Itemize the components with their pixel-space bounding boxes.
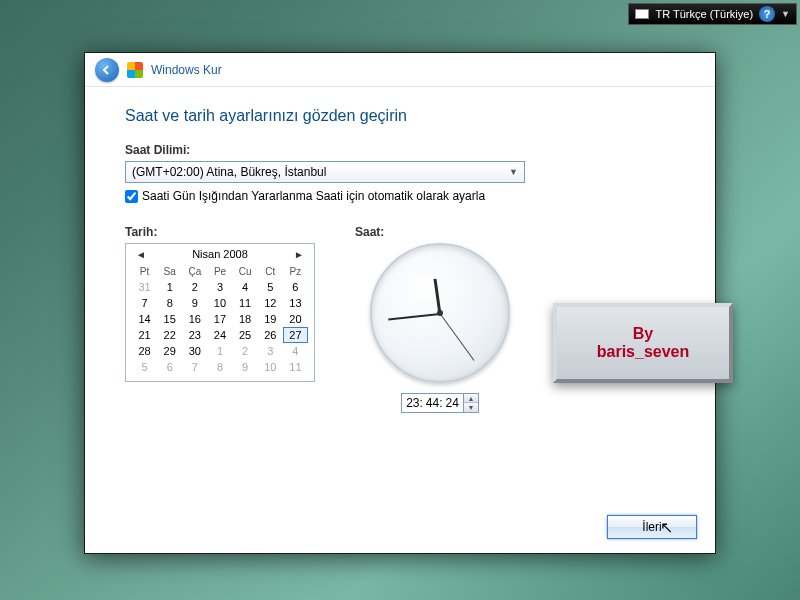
watermark-line1: By [633,325,653,343]
calendar-month[interactable]: Nisan 2008 [192,248,248,260]
windows-logo-icon [127,62,143,78]
clock-center [437,310,443,316]
calendar-day-header: Pz [283,264,308,279]
calendar-day-header: Cu [233,264,258,279]
calendar-prev-button[interactable]: ◄ [132,249,150,260]
calendar-day[interactable]: 25 [233,327,258,343]
calendar-day[interactable]: 12 [258,295,283,311]
calendar-day[interactable]: 15 [157,311,182,327]
second-hand [440,313,475,361]
calendar-day-header: Pt [132,264,157,279]
calendar-day[interactable]: 23 [182,327,207,343]
calendar-day[interactable]: 22 [157,327,182,343]
calendar-day[interactable]: 5 [258,279,283,295]
calendar-day[interactable]: 14 [132,311,157,327]
calendar-day[interactable]: 8 [157,295,182,311]
calendar-day[interactable]: 8 [207,359,232,375]
spinner-down-button[interactable]: ▼ [464,403,478,412]
wizard-header: Windows Kur [85,53,715,87]
calendar-day-header: Pe [207,264,232,279]
calendar-day[interactable]: 6 [157,359,182,375]
calendar-day[interactable]: 11 [283,359,308,375]
calendar-day[interactable]: 16 [182,311,207,327]
time-seconds[interactable]: 24 [446,396,459,410]
calendar-day[interactable]: 26 [258,327,283,343]
help-icon[interactable]: ? [759,6,775,22]
time-minutes[interactable]: 44: [426,396,443,410]
calendar-day[interactable]: 5 [132,359,157,375]
spinner-up-button[interactable]: ▲ [464,394,478,403]
page-heading: Saat ve tarih ayarlarınızı gözden geçiri… [125,107,675,125]
calendar-day[interactable]: 11 [233,295,258,311]
calendar-day[interactable]: 4 [233,279,258,295]
next-button[interactable]: İleri [607,515,697,539]
flag-icon [635,9,649,19]
calendar-day[interactable]: 24 [207,327,232,343]
calendar-day[interactable]: 1 [207,343,232,359]
timezone-select[interactable]: (GMT+02:00) Atina, Bükreş, İstanbul ▼ [125,161,525,183]
dropdown-arrow-icon[interactable]: ▼ [781,9,790,19]
calendar: ◄ Nisan 2008 ► PtSaÇaPeCuCtPz31123456789… [125,243,315,382]
timezone-value: (GMT+02:00) Atina, Bükreş, İstanbul [132,165,326,179]
setup-wizard-window: Windows Kur Saat ve tarih ayarlarınızı g… [84,52,716,554]
calendar-day[interactable]: 17 [207,311,232,327]
calendar-day[interactable]: 28 [132,343,157,359]
language-bar: TR Türkçe (Türkiye) ? ▼ [628,3,797,25]
watermark-line2: baris_seven [597,343,690,361]
calendar-day-header: Ça [182,264,207,279]
date-label: Tarih: [125,225,315,239]
time-field[interactable]: 23: 44: 24 [401,393,464,413]
dst-label: Saati Gün Işığından Yararlanma Saati içi… [142,189,485,203]
time-label: Saat: [355,225,525,239]
calendar-day[interactable]: 3 [207,279,232,295]
calendar-day[interactable]: 3 [258,343,283,359]
minute-hand [388,313,440,320]
calendar-day[interactable]: 20 [283,311,308,327]
chevron-down-icon: ▼ [509,167,518,177]
calendar-day[interactable]: 27 [283,327,308,343]
language-label[interactable]: TR Türkçe (Türkiye) [655,8,753,20]
calendar-day[interactable]: 18 [233,311,258,327]
watermark-badge: By baris_seven [553,303,733,383]
calendar-day[interactable]: 7 [182,359,207,375]
dst-checkbox[interactable] [125,190,138,203]
calendar-next-button[interactable]: ► [290,249,308,260]
time-spinner-buttons: ▲ ▼ [464,393,479,413]
calendar-day[interactable]: 30 [182,343,207,359]
timezone-label: Saat Dilimi: [125,143,675,157]
calendar-day-header: Sa [157,264,182,279]
calendar-day[interactable]: 1 [157,279,182,295]
calendar-day[interactable]: 2 [182,279,207,295]
calendar-day[interactable]: 9 [233,359,258,375]
calendar-day[interactable]: 21 [132,327,157,343]
calendar-day[interactable]: 4 [283,343,308,359]
calendar-day[interactable]: 10 [258,359,283,375]
time-hours[interactable]: 23: [406,396,423,410]
calendar-day[interactable]: 19 [258,311,283,327]
calendar-day[interactable]: 9 [182,295,207,311]
calendar-day[interactable]: 29 [157,343,182,359]
calendar-day[interactable]: 6 [283,279,308,295]
calendar-day[interactable]: 10 [207,295,232,311]
wizard-title: Windows Kur [151,63,222,77]
calendar-day[interactable]: 31 [132,279,157,295]
back-button[interactable] [95,58,119,82]
calendar-day[interactable]: 2 [233,343,258,359]
calendar-day[interactable]: 13 [283,295,308,311]
analog-clock [370,243,510,383]
dst-checkbox-row[interactable]: Saati Gün Işığından Yararlanma Saati içi… [125,189,675,203]
calendar-grid: PtSaÇaPeCuCtPz31123456789101112131415161… [126,264,314,381]
calendar-day-header: Ct [258,264,283,279]
calendar-day[interactable]: 7 [132,295,157,311]
time-spinner[interactable]: 23: 44: 24 ▲ ▼ [355,393,525,413]
